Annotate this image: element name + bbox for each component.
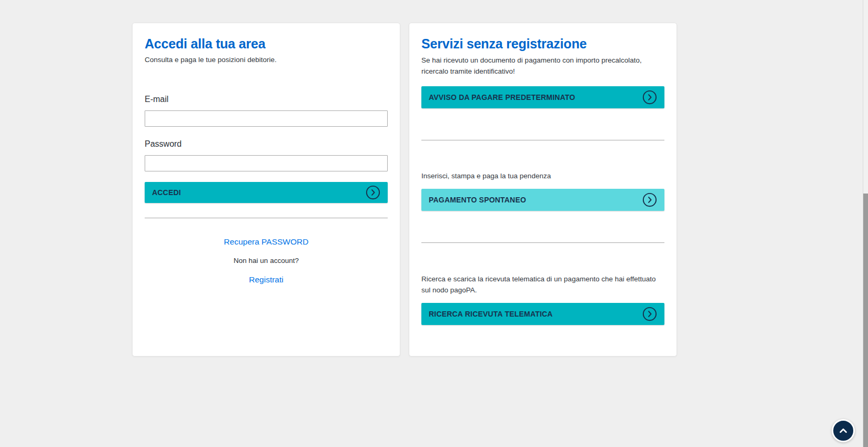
login-card-title: Accedi alla tua area	[145, 36, 388, 52]
login-card-subtitle: Consulta e paga le tue posizioni debitor…	[145, 55, 388, 65]
login-card: Accedi alla tua area Consulta e paga le …	[132, 23, 400, 357]
services-divider-1	[421, 140, 664, 140]
services-divider-2	[421, 242, 664, 243]
email-input[interactable]	[145, 110, 388, 127]
register-link[interactable]: Registrati	[249, 274, 283, 286]
login-card-divider	[145, 218, 388, 218]
login-button-label: ACCEDI	[152, 188, 181, 197]
receipt-search-button-label: RICERCA RICEVUTA TELEMATICA	[429, 310, 553, 318]
spontaneous-payment-description: Inserisci, stampa e paga la tua pendenza	[421, 170, 664, 181]
vertical-scrollbar-thumb[interactable]	[863, 194, 868, 447]
predetermined-notice-button[interactable]: AVVISO DA PAGARE PREDETERMINATO	[421, 86, 664, 108]
password-label: Password	[145, 138, 388, 150]
chevron-right-circle-icon	[642, 192, 657, 207]
main-content: Accedi alla tua area Consulta e paga le …	[132, 23, 677, 357]
predetermined-notice-button-label: AVVISO DA PAGARE PREDETERMINATO	[429, 93, 575, 101]
password-input[interactable]	[145, 155, 388, 171]
services-card-title: Servizi senza registrazione	[421, 36, 664, 52]
spontaneous-payment-button-label: PAGAMENTO SPONTANEO	[429, 196, 526, 204]
predetermined-notice-description: Se hai ricevuto un documento di pagament…	[421, 55, 664, 77]
chevron-right-circle-icon	[642, 90, 657, 105]
login-button[interactable]: ACCEDI	[145, 182, 388, 203]
vertical-scrollbar[interactable]	[863, 0, 868, 447]
recover-password-link[interactable]: Recupera PASSWORD	[224, 236, 309, 248]
chevron-right-circle-icon	[642, 307, 657, 321]
no-account-text: Non hai un account?	[145, 256, 388, 266]
scroll-to-top-button[interactable]	[832, 419, 855, 442]
spontaneous-payment-button[interactable]: PAGAMENTO SPONTANEO	[421, 189, 664, 211]
services-card: Servizi senza registrazione Se hai ricev…	[409, 23, 677, 357]
receipt-search-description: Ricerca e scarica la ricevuta telematica…	[421, 273, 664, 296]
chevron-right-circle-icon	[366, 185, 380, 200]
receipt-search-button[interactable]: RICERCA RICEVUTA TELEMATICA	[421, 303, 664, 325]
email-label: E-mail	[145, 94, 388, 105]
chevron-up-icon	[837, 425, 849, 436]
